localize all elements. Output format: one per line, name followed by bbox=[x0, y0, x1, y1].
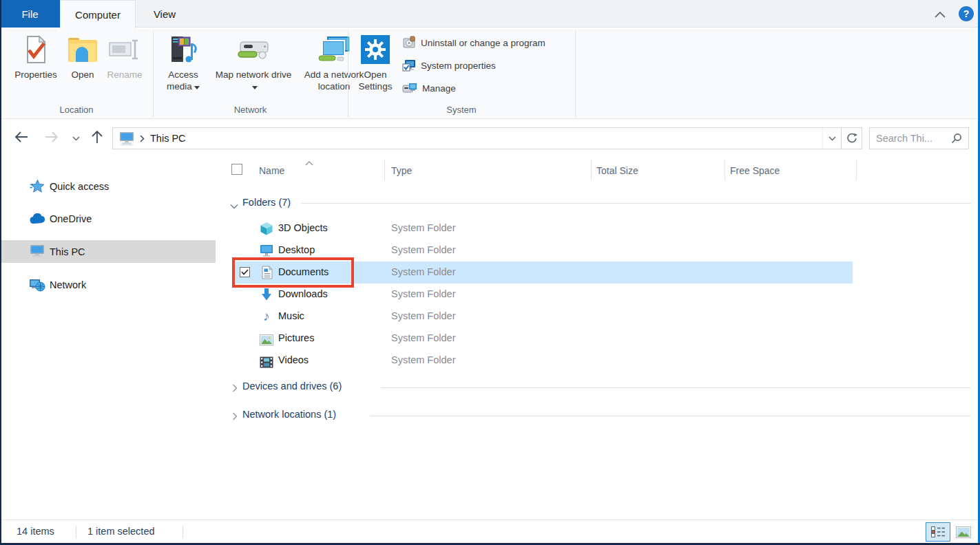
back-arrow-icon bbox=[14, 129, 29, 145]
access-media-label: Access media bbox=[167, 70, 198, 92]
status-item-count: 14 items bbox=[17, 526, 54, 537]
sidebar-item-onedrive[interactable]: OneDrive bbox=[0, 207, 218, 230]
open-settings-icon bbox=[361, 32, 390, 67]
open-settings-label: Open Settings bbox=[353, 69, 398, 92]
search-input[interactable] bbox=[876, 133, 951, 144]
sort-ascending-icon bbox=[305, 156, 313, 169]
minimize-ribbon-button[interactable] bbox=[934, 9, 946, 21]
select-all-checkbox[interactable] bbox=[231, 164, 242, 175]
group-header-line bbox=[381, 387, 971, 388]
rename-label: Rename bbox=[107, 69, 142, 81]
refresh-icon bbox=[846, 133, 857, 144]
sidebar-label-onedrive: OneDrive bbox=[50, 213, 92, 224]
network-icon bbox=[29, 278, 45, 292]
tab-view[interactable]: View bbox=[136, 0, 194, 28]
navigation-bar: This PC bbox=[0, 119, 980, 153]
this-pc-icon bbox=[118, 131, 135, 146]
group-header-line bbox=[301, 203, 971, 204]
manage-label: Manage bbox=[422, 83, 456, 94]
dropdown-arrow-icon bbox=[252, 86, 258, 89]
search-box bbox=[869, 127, 969, 149]
tab-file-label: File bbox=[21, 8, 38, 20]
access-media-button[interactable]: Access media bbox=[156, 32, 211, 92]
this-pc-icon bbox=[29, 244, 45, 259]
rename-icon bbox=[109, 32, 140, 67]
uninstall-program-label: Uninstall or change a program bbox=[421, 38, 545, 48]
address-dropdown-button[interactable] bbox=[822, 128, 841, 149]
3d-objects-icon bbox=[260, 222, 273, 235]
sidebar-label-this-pc: This PC bbox=[50, 246, 85, 257]
tab-computer[interactable]: Computer bbox=[60, 0, 136, 28]
column-separator[interactable] bbox=[384, 160, 385, 180]
manage-icon bbox=[402, 82, 417, 94]
system-properties-button[interactable]: System properties bbox=[402, 57, 496, 74]
thumbnail-view-icon bbox=[956, 526, 971, 538]
forward-button[interactable] bbox=[43, 128, 61, 146]
videos-icon bbox=[260, 355, 273, 369]
column-header-name[interactable]: Name bbox=[259, 165, 284, 176]
sidebar-label-network: Network bbox=[50, 279, 86, 290]
open-button[interactable]: Open bbox=[63, 32, 102, 81]
tab-file[interactable]: File bbox=[0, 0, 60, 28]
breadcrumb-this-pc[interactable]: This PC bbox=[150, 133, 186, 144]
open-settings-button[interactable]: Open Settings bbox=[353, 32, 398, 92]
ribbon-tab-strip: File Computer View ? bbox=[0, 0, 980, 28]
add-network-location-icon bbox=[317, 32, 351, 67]
address-bar[interactable]: This PC bbox=[112, 127, 842, 149]
system-properties-icon bbox=[402, 58, 416, 72]
column-header-type[interactable]: Type bbox=[391, 165, 412, 176]
chevron-down-icon bbox=[72, 136, 80, 141]
open-label: Open bbox=[71, 69, 94, 81]
map-network-drive-button[interactable]: Map network drive bbox=[212, 32, 295, 92]
up-button[interactable] bbox=[88, 128, 106, 146]
group-expand-chevron-icon[interactable] bbox=[232, 383, 238, 395]
map-network-drive-label: Map network drive bbox=[216, 70, 291, 80]
recent-locations-button[interactable] bbox=[69, 129, 83, 147]
sidebar-item-network[interactable]: Network bbox=[0, 273, 218, 296]
sidebar-item-this-pc[interactable]: This PC bbox=[1, 240, 216, 263]
tab-view-label: View bbox=[154, 8, 176, 20]
group-expand-chevron-icon[interactable] bbox=[232, 411, 238, 423]
status-divider bbox=[183, 526, 183, 538]
documents-row-checkbox[interactable] bbox=[240, 267, 250, 277]
access-media-icon bbox=[168, 32, 198, 67]
window-border bbox=[0, 0, 1, 545]
column-header-total-size[interactable]: Total Size bbox=[596, 165, 638, 176]
ribbon-group-separator bbox=[575, 30, 576, 117]
group-header-devices-and-drives[interactable]: Devices and drives (6) bbox=[242, 381, 342, 392]
column-separator[interactable] bbox=[724, 160, 725, 180]
group-header-line bbox=[370, 416, 971, 416]
back-button[interactable] bbox=[12, 128, 30, 146]
properties-button[interactable]: Properties bbox=[11, 32, 61, 81]
uninstall-program-button[interactable]: Uninstall or change a program bbox=[402, 34, 545, 51]
group-collapse-chevron-icon[interactable] bbox=[230, 200, 238, 212]
documents-icon bbox=[260, 266, 274, 279]
help-button[interactable]: ? bbox=[959, 6, 974, 21]
group-header-folders[interactable]: Folders (7) bbox=[242, 197, 291, 208]
rename-button: Rename bbox=[102, 32, 147, 81]
column-separator[interactable] bbox=[856, 160, 857, 180]
downloads-icon bbox=[260, 288, 273, 301]
ribbon: Properties Open Rename Location Access m… bbox=[0, 28, 980, 119]
group-header-network-locations[interactable]: Network locations (1) bbox=[242, 409, 336, 420]
checkmark-icon bbox=[241, 269, 249, 275]
open-folder-icon bbox=[67, 32, 98, 67]
properties-icon bbox=[23, 32, 48, 67]
column-separator[interactable] bbox=[591, 160, 592, 180]
details-view-button[interactable] bbox=[926, 522, 950, 542]
network-group-label: Network bbox=[153, 105, 348, 115]
system-properties-label: System properties bbox=[421, 61, 496, 71]
refresh-button[interactable] bbox=[841, 127, 862, 149]
uninstall-program-icon bbox=[402, 36, 416, 50]
chevron-down-icon bbox=[828, 136, 836, 141]
status-selected-count: 1 item selected bbox=[87, 526, 155, 537]
sidebar-item-quick-access[interactable]: Quick access bbox=[0, 175, 218, 197]
music-icon: ♪ bbox=[260, 310, 273, 323]
search-icon[interactable] bbox=[951, 133, 962, 144]
onedrive-cloud-icon bbox=[29, 213, 45, 224]
location-group-label: Location bbox=[0, 105, 153, 115]
column-header-free-space[interactable]: Free Space bbox=[730, 165, 780, 176]
dropdown-arrow-icon bbox=[194, 86, 200, 89]
manage-button[interactable]: Manage bbox=[402, 80, 456, 96]
thumbnail-view-button[interactable] bbox=[953, 522, 974, 542]
